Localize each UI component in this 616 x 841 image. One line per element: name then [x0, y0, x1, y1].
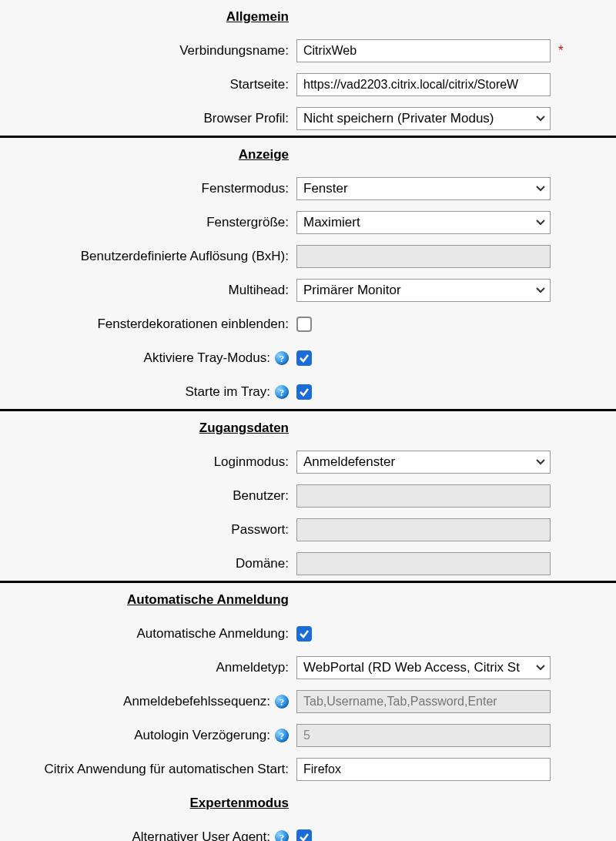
help-icon[interactable]: ?	[275, 695, 289, 709]
section-display: Anzeige	[239, 144, 289, 165]
domain-label: Domäne:	[236, 556, 289, 571]
help-icon[interactable]: ?	[275, 385, 289, 399]
multihead-value: Primärer Monitor	[303, 283, 401, 298]
browser-profile-value: Nicht speichern (Privater Modus)	[303, 111, 494, 126]
connection-name-label: Verbindungsname:	[179, 43, 289, 59]
auto-login-label: Automatische Anmeldung:	[136, 626, 289, 642]
browser-profile-label: Browser Profil:	[203, 111, 289, 126]
connection-name-input[interactable]	[296, 39, 551, 62]
section-general: Allgemein	[226, 6, 289, 27]
window-size-label: Fenstergröße:	[206, 215, 289, 230]
password-label: Passwort:	[231, 522, 289, 538]
chevron-down-icon	[536, 459, 545, 465]
autologin-delay-label: Autologin Verzögerung:	[134, 728, 270, 743]
autologin-delay-input	[296, 724, 551, 747]
window-mode-value: Fenster	[303, 181, 348, 196]
citrix-app-input[interactable]	[296, 758, 551, 781]
browser-profile-select[interactable]: Nicht speichern (Privater Modus)	[296, 107, 551, 130]
tray-mode-checkbox[interactable]	[296, 350, 312, 366]
window-mode-select[interactable]: Fenster	[296, 177, 551, 200]
login-mode-value: Anmeldefenster	[303, 454, 395, 470]
citrix-app-label: Citrix Anwendung für automatischen Start…	[45, 762, 290, 777]
auto-login-checkbox[interactable]	[296, 626, 312, 642]
help-icon[interactable]: ?	[275, 351, 289, 365]
login-type-label: Anmeldetyp:	[216, 660, 290, 675]
help-icon[interactable]: ?	[275, 729, 289, 742]
section-autologin: Automatische Anmeldung	[127, 589, 289, 610]
chevron-down-icon	[536, 287, 545, 293]
start-tray-label: Starte im Tray:	[185, 384, 270, 400]
login-type-select[interactable]: WebPortal (RD Web Access, Citrix St	[296, 656, 551, 679]
login-mode-select[interactable]: Anmeldefenster	[296, 451, 551, 474]
login-seq-input	[296, 690, 551, 713]
window-mode-label: Fenstermodus:	[202, 181, 289, 196]
multihead-select[interactable]: Primärer Monitor	[296, 279, 551, 302]
password-input	[296, 518, 551, 541]
user-input	[296, 484, 551, 508]
alt-ua-checkbox[interactable]	[296, 829, 312, 841]
help-icon[interactable]: ?	[275, 830, 289, 841]
login-mode-label: Loginmodus:	[214, 454, 289, 470]
domain-input	[296, 552, 551, 575]
user-label: Benutzer:	[233, 488, 289, 504]
chevron-down-icon	[536, 665, 545, 671]
window-size-select[interactable]: Maximiert	[296, 211, 551, 234]
startpage-input[interactable]	[296, 73, 551, 96]
decorations-label: Fensterdekorationen einblenden:	[97, 317, 289, 332]
chevron-down-icon	[536, 116, 545, 122]
startpage-label: Startseite:	[229, 77, 289, 92]
custom-res-label: Benutzerdefinierte Auflösung (BxH):	[81, 249, 289, 264]
login-seq-label: Anmeldebefehlssequenz:	[123, 694, 270, 709]
chevron-down-icon	[536, 219, 545, 226]
decorations-checkbox[interactable]	[296, 317, 312, 332]
chevron-down-icon	[536, 186, 545, 192]
required-mark: *	[558, 43, 564, 58]
alt-ua-label: Alternativer User Agent:	[132, 829, 270, 841]
tray-mode-label: Aktiviere Tray-Modus:	[144, 350, 270, 366]
start-tray-checkbox[interactable]	[296, 384, 312, 400]
multihead-label: Multihead:	[229, 283, 289, 298]
section-expert: Expertenmodus	[190, 792, 289, 813]
custom-res-input	[296, 245, 551, 268]
section-credentials: Zugangsdaten	[199, 417, 289, 438]
window-size-value: Maximiert	[303, 215, 360, 230]
login-type-value: WebPortal (RD Web Access, Citrix St	[303, 660, 520, 675]
